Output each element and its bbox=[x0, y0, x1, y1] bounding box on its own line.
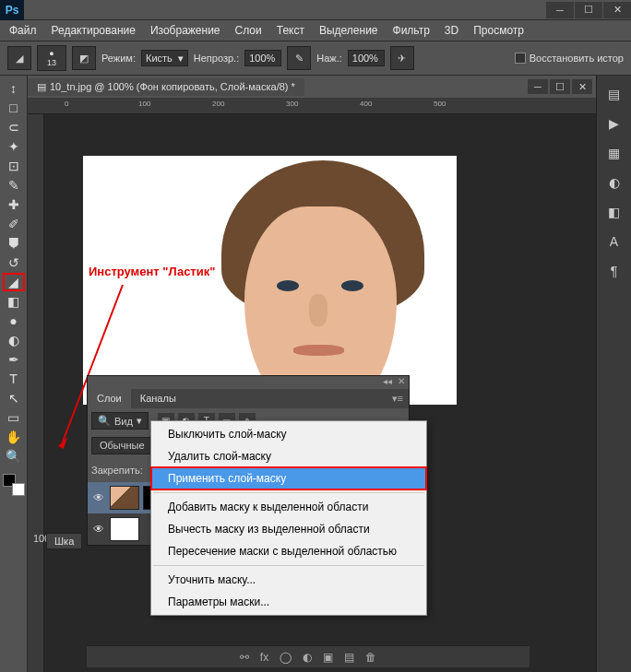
visibility-icon[interactable]: 👁 bbox=[91, 491, 106, 504]
opacity-label: Непрозр.: bbox=[194, 53, 239, 64]
titlebar: Ps ─ ☐ ✕ bbox=[0, 0, 631, 20]
shape-tool-icon[interactable]: ▭ bbox=[3, 408, 25, 427]
layer-thumbnail[interactable] bbox=[110, 517, 139, 541]
paragraph-panel-icon[interactable]: ¶ bbox=[605, 262, 624, 280]
menu-layers[interactable]: Слои bbox=[230, 22, 268, 39]
adjustments-panel-icon[interactable]: ◐ bbox=[605, 173, 624, 192]
restore-history-label: Восстановить истор bbox=[530, 53, 624, 64]
new-adjustment-icon[interactable]: ◐ bbox=[303, 651, 312, 664]
move-tool-icon[interactable]: ↕ bbox=[3, 79, 25, 98]
color-swatches[interactable] bbox=[3, 474, 25, 496]
right-panel-dock: ▤ ▶ ▦ ◐ ◧ A ¶ bbox=[596, 76, 631, 672]
menu-item-apply-mask[interactable]: Применить слой-маску bbox=[151, 467, 426, 489]
zoom-tool-icon[interactable]: 🔍 bbox=[3, 447, 25, 466]
close-button[interactable]: ✕ bbox=[603, 2, 631, 18]
type-tool-icon[interactable]: T bbox=[3, 370, 25, 388]
menu-item-subtract-mask[interactable]: Вычесть маску из выделенной области bbox=[151, 518, 426, 540]
document-tab[interactable]: ▤ 10_tn.jpg @ 100% (Фон копировать, Слой… bbox=[28, 78, 304, 96]
panel-close-icon[interactable]: ✕ bbox=[398, 376, 405, 389]
menu-edit[interactable]: Редактирование bbox=[46, 22, 141, 39]
menu-separator bbox=[153, 565, 424, 566]
document-tabs: ▤ 10_tn.jpg @ 100% (Фон копировать, Слой… bbox=[28, 76, 596, 98]
pen-tool-icon[interactable]: ✒ bbox=[3, 350, 25, 369]
eraser-tool-icon[interactable]: ◢ bbox=[3, 273, 25, 291]
maximize-button[interactable]: ☐ bbox=[575, 2, 602, 18]
new-layer-icon[interactable]: ▤ bbox=[344, 651, 354, 664]
menu-item-refine-mask[interactable]: Уточнить маску... bbox=[151, 569, 426, 591]
magic-wand-tool-icon[interactable]: ✦ bbox=[3, 137, 25, 156]
layers-panel-footer: ⚯ fx ◯ ◐ ▣ ▤ 🗑 bbox=[87, 645, 530, 667]
panel-menu-icon[interactable]: ▾≡ bbox=[387, 389, 409, 408]
panel-collapse-icon[interactable]: ◂◂ bbox=[383, 376, 392, 389]
history-panel-icon[interactable]: ▤ bbox=[605, 85, 624, 103]
gradient-tool-icon[interactable]: ◧ bbox=[3, 292, 25, 311]
annotation-label: Инструмент "Ластик" bbox=[89, 265, 215, 278]
channels-tab[interactable]: Каналы bbox=[131, 389, 185, 408]
flow-label: Наж.: bbox=[316, 53, 342, 64]
airbrush-icon[interactable]: ✈ bbox=[390, 46, 414, 70]
layer-style-icon[interactable]: fx bbox=[260, 651, 268, 664]
menu-filter[interactable]: Фильтр bbox=[387, 22, 435, 39]
current-tool-icon[interactable]: ◢ bbox=[7, 46, 31, 70]
menu-select[interactable]: Выделение bbox=[314, 22, 384, 39]
pressure-opacity-icon[interactable]: ✎ bbox=[287, 46, 311, 70]
background-swatch[interactable] bbox=[12, 483, 25, 496]
window-controls: ─ ☐ ✕ bbox=[546, 2, 631, 18]
lasso-tool-icon[interactable]: ⊂ bbox=[3, 118, 25, 136]
doc-maximize[interactable]: ☐ bbox=[550, 79, 570, 94]
healing-tool-icon[interactable]: ✚ bbox=[3, 195, 25, 214]
swatches-panel-icon[interactable]: ▦ bbox=[605, 144, 624, 162]
brush-tool-icon[interactable]: ✐ bbox=[3, 215, 25, 233]
mode-label: Режим: bbox=[101, 53, 136, 64]
history-brush-tool-icon[interactable]: ↺ bbox=[3, 253, 25, 272]
add-mask-icon[interactable]: ◯ bbox=[280, 651, 292, 664]
menu-text[interactable]: Текст bbox=[271, 22, 310, 39]
tools-panel: ↕ □ ⊂ ✦ ⊡ ✎ ✚ ✐ ⛊ ↺ ◢ ◧ ● ◐ ✒ T ↖ ▭ ✋ 🔍 bbox=[0, 76, 28, 672]
menu-item-disable-mask[interactable]: Выключить слой-маску bbox=[151, 423, 426, 445]
layer-thumbnail[interactable] bbox=[110, 486, 139, 510]
flow-field[interactable]: 100% bbox=[348, 50, 385, 66]
menu-file[interactable]: Файл bbox=[4, 22, 42, 39]
horizontal-ruler[interactable]: 0 100 200 300 400 500 bbox=[28, 98, 596, 114]
brush-preset[interactable]: ● 13 bbox=[37, 45, 66, 71]
marquee-tool-icon[interactable]: □ bbox=[3, 99, 25, 117]
lock-label: Закрепить: bbox=[91, 465, 143, 476]
layers-tab[interactable]: Слои bbox=[88, 389, 131, 408]
menubar: Файл Редактирование Изображение Слои Тек… bbox=[0, 20, 631, 41]
new-group-icon[interactable]: ▣ bbox=[323, 651, 333, 664]
menu-item-delete-mask[interactable]: Удалить слой-маску bbox=[151, 445, 426, 467]
hand-tool-icon[interactable]: ✋ bbox=[3, 428, 25, 446]
svg-marker-1 bbox=[58, 437, 67, 449]
link-layers-icon[interactable]: ⚯ bbox=[240, 651, 249, 664]
menu-3d[interactable]: 3D bbox=[439, 22, 464, 39]
options-bar: ◢ ● 13 ◩ Режим: Кисть ▾ Непрозр.: 100% ✎… bbox=[0, 41, 631, 76]
menu-item-add-mask-selection[interactable]: Добавить маску к выделенной области bbox=[151, 496, 426, 518]
path-select-tool-icon[interactable]: ↖ bbox=[3, 389, 25, 407]
blur-tool-icon[interactable]: ● bbox=[3, 312, 25, 330]
menu-item-intersect-mask[interactable]: Пересечение маски с выделенной областью bbox=[151, 540, 426, 562]
eyedropper-tool-icon[interactable]: ✎ bbox=[3, 176, 25, 195]
minimize-button[interactable]: ─ bbox=[546, 2, 574, 18]
stamp-tool-icon[interactable]: ⛊ bbox=[3, 234, 25, 253]
app-logo: Ps bbox=[0, 0, 24, 20]
character-panel-icon[interactable]: A bbox=[605, 232, 624, 251]
color-panel-icon[interactable]: ▶ bbox=[605, 114, 624, 133]
brush-panel-icon[interactable]: ◩ bbox=[72, 46, 96, 70]
opacity-field[interactable]: 100% bbox=[244, 50, 281, 66]
vertical-ruler[interactable] bbox=[28, 114, 44, 672]
doc-icon: ▤ bbox=[37, 81, 46, 93]
crop-tool-icon[interactable]: ⊡ bbox=[3, 157, 25, 175]
truncated-panel-tab[interactable]: Шка bbox=[46, 533, 82, 549]
visibility-icon[interactable]: 👁 bbox=[91, 523, 106, 536]
doc-minimize[interactable]: ─ bbox=[528, 79, 548, 94]
menu-image[interactable]: Изображение bbox=[145, 22, 226, 39]
menu-item-mask-options[interactable]: Параметры маски... bbox=[151, 591, 426, 613]
layer-filter-type[interactable]: 🔍 Вид ▾ bbox=[91, 412, 149, 430]
menu-view[interactable]: Просмотр bbox=[468, 22, 530, 39]
styles-panel-icon[interactable]: ◧ bbox=[605, 203, 624, 221]
delete-layer-icon[interactable]: 🗑 bbox=[365, 651, 376, 664]
mode-dropdown[interactable]: Кисть ▾ bbox=[141, 50, 188, 66]
restore-history-checkbox[interactable] bbox=[515, 53, 526, 64]
doc-close[interactable]: ✕ bbox=[572, 79, 592, 94]
dodge-tool-icon[interactable]: ◐ bbox=[3, 331, 25, 349]
